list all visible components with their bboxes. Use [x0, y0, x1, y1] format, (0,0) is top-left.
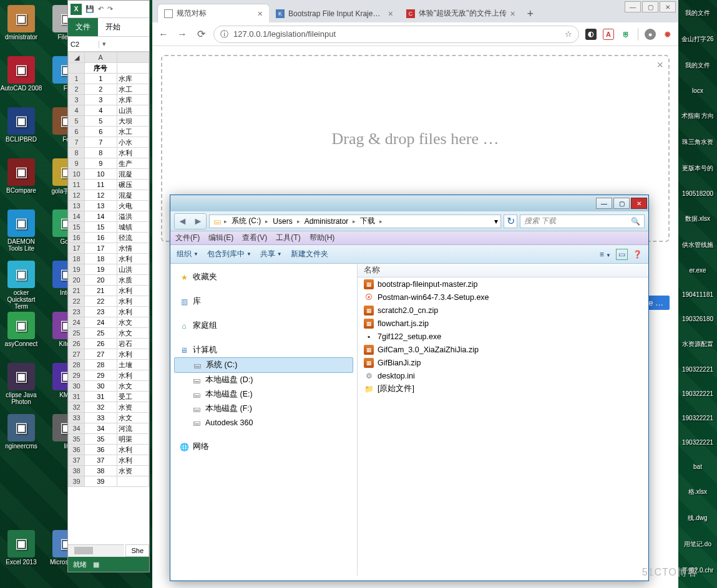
cell[interactable]: 水工: [117, 84, 149, 95]
desktop-file[interactable]: 190322221: [678, 430, 717, 455]
close-button[interactable]: ✕: [660, 1, 676, 12]
namebox-dropdown-icon[interactable]: ▾: [99, 40, 109, 48]
cell[interactable]: 36: [85, 445, 117, 455]
desktop-file[interactable]: 我的文件: [678, 52, 717, 79]
tab-close-icon[interactable]: ×: [258, 9, 263, 19]
cell[interactable]: 水利: [117, 370, 149, 381]
cell[interactable]: 水利: [117, 307, 149, 317]
row-header[interactable]: 27: [69, 349, 85, 360]
file-item[interactable]: ▪7gif122_setup.exe: [358, 330, 648, 343]
desktop-file[interactable]: 190326180: [678, 307, 717, 331]
cell[interactable]: 3: [85, 95, 117, 105]
desktop-file[interactable]: 190322221: [678, 357, 717, 382]
chevron-right-icon[interactable]: ▸: [351, 218, 358, 224]
cell[interactable]: 水工: [117, 127, 149, 137]
row-header[interactable]: 11: [69, 180, 85, 190]
row-header[interactable]: 10: [69, 169, 85, 180]
breadcrumb-segment[interactable]: 系统 (C:): [229, 216, 263, 226]
cell[interactable]: 22: [85, 296, 117, 307]
ext-icon-3[interactable]: ⛨: [620, 29, 632, 40]
row-header[interactable]: 25: [69, 328, 85, 339]
sidebar-libraries[interactable]: ▥库: [174, 294, 353, 309]
desktop-icon[interactable]: ▣ocker Quickstart Term: [0, 261, 42, 310]
cell[interactable]: 水利: [117, 286, 149, 296]
row-header[interactable]: 19: [69, 264, 85, 275]
sidebar-network[interactable]: 🌐网络: [174, 440, 353, 454]
cell[interactable]: 11: [85, 180, 117, 190]
row-header[interactable]: 14: [69, 211, 85, 222]
cell[interactable]: 城镇: [117, 222, 149, 233]
explorer-close-button[interactable]: ✕: [631, 198, 647, 209]
cell[interactable]: 水库: [117, 74, 149, 84]
file-item[interactable]: ⚙desktop.ini: [358, 369, 648, 382]
cell[interactable]: 1: [85, 74, 117, 84]
row-header[interactable]: 13: [69, 201, 85, 211]
ext-icon-2[interactable]: A: [603, 29, 614, 40]
cell[interactable]: 大坝: [117, 116, 149, 127]
row-header[interactable]: 7: [69, 137, 85, 148]
cell[interactable]: 25: [85, 328, 117, 339]
desktop-file[interactable]: 190322221: [678, 406, 717, 430]
col-header[interactable]: A: [85, 52, 117, 63]
desktop-file[interactable]: 珠三角水资: [678, 129, 717, 155]
row-header[interactable]: 38: [69, 466, 85, 476]
desktop-file[interactable]: 190518200: [678, 181, 717, 206]
cell[interactable]: 小水: [117, 137, 149, 148]
cell[interactable]: 岩石: [117, 339, 149, 349]
row-header[interactable]: 4: [69, 105, 85, 116]
desktop-file[interactable]: 金山打字26: [678, 26, 717, 52]
sidebar-drive[interactable]: 🖴本地磁盘 (D:): [174, 373, 353, 387]
cell[interactable]: 山洪: [117, 264, 149, 275]
ribbon-tab-home[interactable]: 开始: [98, 18, 128, 36]
row-header[interactable]: 28: [69, 360, 85, 370]
desktop-icon[interactable]: ▣Excel 2013: [0, 530, 42, 566]
chevron-right-icon[interactable]: ▸: [295, 218, 302, 224]
row-header[interactable]: 32: [69, 402, 85, 413]
row-header[interactable]: 8: [69, 148, 85, 158]
info-icon[interactable]: ⓘ: [220, 29, 228, 40]
cell[interactable]: 23: [85, 307, 117, 317]
spreadsheet-grid[interactable]: ◢A序号11水库22水工33水库44山洪55大坝66水工77小水88水利99生产…: [68, 52, 149, 487]
sidebar-drive[interactable]: 🖴本地磁盘 (F:): [174, 402, 353, 416]
row-header[interactable]: [69, 63, 85, 74]
nav-back-forward[interactable]: ◄►: [174, 213, 207, 229]
cell[interactable]: 21: [85, 286, 117, 296]
forward-button[interactable]: →: [176, 28, 188, 41]
file-item[interactable]: ▦GifBianJi.zip: [358, 356, 648, 369]
cell[interactable]: 水文: [117, 413, 149, 423]
cell[interactable]: 水文: [117, 381, 149, 392]
menu-item[interactable]: 查看(V): [242, 233, 267, 243]
tab-close-icon[interactable]: ×: [510, 9, 515, 19]
row-header[interactable]: 5: [69, 116, 85, 127]
row-header[interactable]: 20: [69, 275, 85, 286]
row-header[interactable]: 39: [69, 476, 85, 487]
browser-tab[interactable]: 规范对标×: [157, 4, 270, 22]
row-header[interactable]: 9: [69, 158, 85, 169]
desktop-file[interactable]: 用笔记.do: [678, 531, 717, 557]
row-header[interactable]: 2: [69, 84, 85, 95]
browser-tab[interactable]: KBootstrap File Input Krajee…×: [269, 4, 400, 22]
row-header[interactable]: 12: [69, 190, 85, 201]
cell[interactable]: 水文: [117, 317, 149, 328]
cell[interactable]: 水利: [117, 445, 149, 455]
cell[interactable]: 19: [85, 264, 117, 275]
dropzone-close-icon[interactable]: ×: [656, 59, 663, 72]
row-header[interactable]: 24: [69, 317, 85, 328]
file-item[interactable]: ▦bootstrap-fileinput-master.zip: [358, 277, 648, 291]
status-grid-icon[interactable]: ▦: [93, 561, 99, 569]
cell[interactable]: 14: [85, 211, 117, 222]
cell[interactable]: 16: [85, 233, 117, 243]
cell[interactable]: 38: [85, 466, 117, 476]
star-icon[interactable]: ☆: [565, 29, 572, 39]
sidebar-homegroup[interactable]: ⌂家庭组: [174, 319, 353, 333]
address-bar[interactable]: ⓘ 127.0.0.1/legislation/fileinput ☆: [213, 26, 579, 43]
cell[interactable]: 6: [85, 127, 117, 137]
sidebar-drive[interactable]: 🖴本地磁盘 (E:): [174, 387, 353, 402]
cell[interactable]: 水资: [117, 402, 149, 413]
redo-icon[interactable]: ↷: [107, 5, 113, 13]
menu-item[interactable]: 帮助(H): [310, 233, 335, 243]
cell[interactable]: 17: [85, 243, 117, 254]
cell[interactable]: [117, 476, 149, 487]
row-header[interactable]: 15: [69, 222, 85, 233]
cell[interactable]: 碾压: [117, 180, 149, 190]
